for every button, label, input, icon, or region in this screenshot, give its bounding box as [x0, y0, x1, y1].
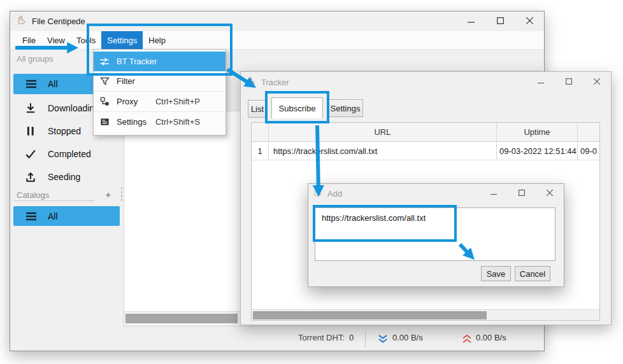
- add-dialog: Add Save Cancel: [308, 183, 564, 287]
- upload-speed-icon: [462, 334, 472, 346]
- app-duck-icon: [313, 188, 322, 200]
- check-icon: [25, 148, 39, 160]
- row-url: https://trackerslist.com/all.txt: [269, 142, 497, 160]
- table-horizontal-scrollbar[interactable]: [252, 309, 599, 320]
- scrollbar-thumb[interactable]: [125, 314, 238, 323]
- col-uptime-header[interactable]: Uptime: [497, 123, 578, 142]
- cancel-button-label: Cancel: [520, 269, 545, 279]
- menu-shortcut: Ctrl+Shift+P: [155, 97, 200, 106]
- row-next: 09-0: [578, 142, 599, 160]
- menu-shortcut: Ctrl+Shift+S: [155, 117, 200, 127]
- settings-icon: [99, 117, 110, 127]
- upload-speed: 0.00 B/s: [476, 333, 506, 342]
- dht-value: 0: [349, 333, 354, 342]
- sidebar-item-label: Stopped: [48, 126, 81, 136]
- add-dialog-controls: [480, 184, 564, 202]
- menu-item-settings[interactable]: Settings Ctrl+Shift+S: [94, 112, 226, 132]
- tab-subscribe[interactable]: Subscribe: [271, 97, 323, 118]
- menu-icon: [25, 211, 39, 222]
- menu-bar: File View Tools Settings Help: [10, 31, 544, 50]
- catalog-item-label: All: [48, 211, 58, 221]
- tab-label: Settings: [331, 104, 361, 113]
- maximize-button[interactable]: [555, 72, 583, 90]
- add-catalog-button[interactable]: +: [106, 190, 111, 200]
- scrollbar-thumb[interactable]: [253, 311, 487, 319]
- catalog-item-all[interactable]: All: [13, 206, 120, 226]
- col-url-header[interactable]: URL: [269, 123, 497, 142]
- desktop: { "colors": { "annotation": "#1395dd", "…: [0, 0, 623, 364]
- sidebar-item-completed[interactable]: Completed: [13, 143, 120, 164]
- tracker-window-controls: [527, 72, 611, 90]
- app-duck-icon: [16, 15, 27, 28]
- main-window-controls: [456, 11, 544, 30]
- menu-item-filter[interactable]: Filter: [94, 71, 226, 91]
- tracker-url-input[interactable]: [315, 207, 555, 261]
- sidebar-item-label: All: [48, 79, 58, 89]
- app-duck-icon: [246, 76, 256, 89]
- cancel-button[interactable]: Cancel: [515, 266, 550, 281]
- table-row[interactable]: 1 https://trackerslist.com/all.txt 09-03…: [252, 142, 599, 160]
- save-button-label: Save: [487, 269, 506, 279]
- download-icon: [25, 102, 39, 114]
- download-speed: 0.00 B/s: [392, 333, 423, 342]
- save-button[interactable]: Save: [481, 266, 511, 281]
- proxy-icon: [99, 97, 110, 107]
- close-button[interactable]: [536, 184, 564, 202]
- menu-item-proxy[interactable]: Proxy Ctrl+Shift+P: [94, 92, 226, 111]
- upload-icon: [25, 171, 39, 183]
- tab-list[interactable]: List: [248, 100, 267, 118]
- sidebar-item-label: Completed: [48, 149, 91, 159]
- sidebar-item-seeding[interactable]: Seeding: [13, 166, 120, 187]
- menu-item-label: Proxy: [117, 97, 138, 106]
- table-header-row: URL Uptime: [252, 123, 599, 142]
- menu-settings[interactable]: Settings: [101, 31, 143, 49]
- col-num-header[interactable]: [252, 123, 269, 142]
- status-bar: Torrent DHT: 0 0.00 B/s 0.00 B/s: [10, 327, 544, 351]
- tracker-window-title: Tracker: [261, 78, 289, 87]
- minimize-button[interactable]: [456, 11, 485, 30]
- menu-view[interactable]: View: [41, 31, 71, 49]
- menu-tools[interactable]: Tools: [71, 31, 101, 49]
- dht-label: Torrent DHT:: [252, 333, 345, 342]
- sidebar-item-label: Seeding: [48, 172, 80, 182]
- row-number: 1: [252, 142, 269, 160]
- menu-file[interactable]: File: [17, 31, 41, 49]
- tab-label: List: [251, 104, 264, 114]
- filter-icon: [99, 76, 110, 87]
- splitter-grip[interactable]: [120, 186, 123, 202]
- close-button[interactable]: [515, 11, 544, 30]
- minimize-button[interactable]: [480, 184, 508, 202]
- menu-item-label: Filter: [117, 76, 135, 86]
- row-uptime: 09-03-2022 12:51:44: [497, 142, 578, 160]
- tab-settings[interactable]: Settings: [327, 99, 363, 117]
- maximize-button[interactable]: [508, 184, 536, 202]
- group-filter[interactable]: All groups: [10, 50, 544, 69]
- menu-help[interactable]: Help: [143, 31, 171, 49]
- main-window-title: File Centipede: [32, 17, 85, 26]
- download-speed-icon: [378, 334, 388, 346]
- add-dialog-title: Add: [327, 189, 342, 199]
- close-button[interactable]: [583, 72, 611, 90]
- sidebar-item-label: Downloading: [48, 103, 99, 113]
- menu-item-label: Settings: [117, 117, 147, 127]
- settings-menu: BT Tracker Filter Proxy Ctrl+Shift+P Set…: [93, 49, 226, 136]
- tab-label: Subscribe: [279, 104, 316, 113]
- shuffle-icon: [99, 57, 110, 67]
- menu-icon: [25, 78, 39, 90]
- maximize-button[interactable]: [485, 11, 515, 30]
- pause-icon: [25, 125, 39, 137]
- menu-item-label: BT Tracker: [117, 57, 157, 66]
- status-divider: [365, 330, 366, 347]
- col-next-header[interactable]: [578, 123, 599, 142]
- minimize-button[interactable]: [527, 72, 555, 90]
- catalogs-label: Catalogs: [17, 190, 49, 200]
- menu-item-bt-tracker[interactable]: BT Tracker: [94, 52, 226, 71]
- sidebar-divider: [14, 200, 94, 201]
